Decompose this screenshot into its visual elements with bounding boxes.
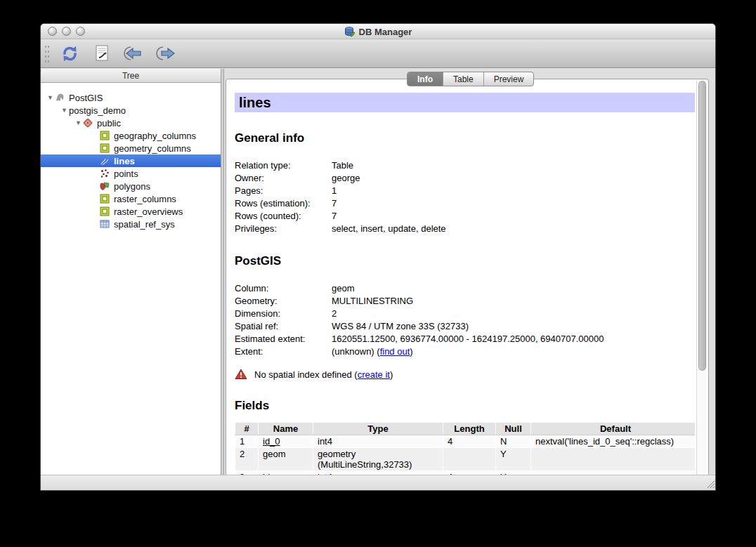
cell-null: Y bbox=[496, 448, 531, 471]
column-header: Length bbox=[443, 423, 496, 435]
tree-item-label: geometry_columns bbox=[114, 143, 191, 154]
warning-pre: No spatial index defined ( bbox=[254, 369, 358, 380]
disclosure-triangle-icon[interactable]: ▼ bbox=[60, 107, 69, 114]
tree-item-geography-columns[interactable]: geography_columns bbox=[41, 129, 221, 142]
table-row: 2 geom geometry (MultiLineString,32733) … bbox=[235, 448, 696, 471]
cell-name: id_0 bbox=[263, 436, 280, 447]
export-to-file-button[interactable] bbox=[155, 42, 178, 65]
general-info-list: Relation type:Table Owner:george Pages:1… bbox=[235, 159, 695, 235]
scrollbar-thumb[interactable] bbox=[698, 81, 706, 371]
create-it-link[interactable]: create it bbox=[358, 369, 390, 380]
data-table-icon bbox=[100, 219, 111, 229]
tree-item-raster-columns[interactable]: raster_columns bbox=[41, 192, 221, 205]
cell-length bbox=[443, 448, 496, 471]
sql-window-button[interactable] bbox=[90, 42, 114, 65]
info-label: Relation type: bbox=[235, 159, 332, 172]
tree-item-spatial-ref-sys[interactable]: spatial_ref_sys bbox=[41, 218, 221, 230]
column-header: Default bbox=[531, 423, 696, 435]
info-label: Spatial ref: bbox=[235, 320, 332, 333]
info-label: Rows (estimation): bbox=[235, 197, 332, 210]
metadata-table-icon bbox=[100, 131, 111, 140]
db-manager-icon bbox=[344, 26, 356, 37]
section-heading-fields: Fields bbox=[235, 399, 695, 413]
column-header: Null bbox=[496, 423, 531, 435]
title-bar[interactable]: DB Manager bbox=[41, 24, 715, 39]
tab-table[interactable]: Table bbox=[443, 72, 484, 86]
cell-type: int4 bbox=[313, 435, 443, 448]
warning-post: ) bbox=[390, 369, 393, 380]
tab-info[interactable]: Info bbox=[408, 72, 443, 86]
info-label: Column: bbox=[235, 282, 332, 295]
import-layer-button[interactable] bbox=[122, 42, 146, 65]
refresh-icon bbox=[60, 44, 79, 63]
table-row: 1 id_0 int4 4 N nextval('lines_id_0_seq'… bbox=[235, 435, 696, 448]
fields-table: # Name Type Length Null Default 1 bbox=[235, 422, 695, 475]
tree-item-points[interactable]: points bbox=[41, 167, 221, 180]
import-layer-icon bbox=[124, 45, 145, 62]
metadata-table-icon bbox=[100, 194, 111, 204]
main-area: Tree ▼ PostGIS ▼ postgis_demo bbox=[41, 69, 716, 476]
tree-header-label: Tree bbox=[122, 71, 139, 81]
info-value: 2 bbox=[332, 308, 337, 320]
warning-text: No spatial index defined (create it) bbox=[254, 369, 393, 380]
info-label: Geometry: bbox=[235, 295, 332, 308]
tree-item-label: PostGIS bbox=[69, 93, 103, 103]
info-label: Dimension: bbox=[235, 308, 332, 320]
tree-item-raster-overviews[interactable]: raster_overviews bbox=[41, 205, 221, 218]
extent-post: ) bbox=[410, 346, 412, 357]
disclosure-triangle-icon[interactable]: ▼ bbox=[46, 94, 55, 101]
tree-panel-header: Tree bbox=[41, 69, 221, 83]
find-out-link[interactable]: find out bbox=[380, 346, 410, 357]
disclosure-triangle-icon[interactable]: ▼ bbox=[74, 119, 83, 126]
detail-panel: Info Table Preview lines General info Re… bbox=[224, 69, 716, 476]
tree-item-label: public bbox=[97, 118, 121, 128]
tree-item-public[interactable]: ▼ public bbox=[41, 117, 221, 129]
tree-item-label: lines bbox=[114, 156, 135, 166]
tree-item-label: spatial_ref_sys bbox=[114, 219, 175, 230]
tree-item-polygons[interactable]: polygons bbox=[41, 180, 221, 192]
metadata-table-icon bbox=[100, 143, 111, 153]
toolbar-drag-handle[interactable] bbox=[44, 43, 49, 64]
tree-item-label: points bbox=[114, 169, 138, 179]
cell-default: nextval('lines_id_0_seq'::regclass) bbox=[531, 435, 696, 448]
section-heading-general: General info bbox=[235, 131, 695, 145]
export-to-file-icon bbox=[156, 45, 177, 62]
info-label: Rows (counted): bbox=[235, 210, 332, 223]
refresh-button[interactable] bbox=[58, 42, 82, 65]
info-value: 1620551.12500, 6936774.00000 - 1624197.2… bbox=[332, 333, 604, 345]
tree-item-postgis[interactable]: ▼ PostGIS bbox=[41, 91, 221, 104]
resize-grip[interactable] bbox=[705, 478, 715, 489]
vertical-scrollbar[interactable] bbox=[696, 81, 707, 475]
tab-preview[interactable]: Preview bbox=[484, 72, 534, 86]
info-value: MULTILINESTRING bbox=[332, 295, 413, 308]
tab-label: Info bbox=[417, 74, 433, 84]
tree-item-label: geography_columns bbox=[114, 131, 196, 141]
info-page: lines General info Relation type:Table O… bbox=[228, 81, 695, 475]
cell-type: geometry (MultiLineString,32733) bbox=[313, 448, 443, 471]
tree-item-lines[interactable]: lines bbox=[41, 154, 221, 167]
tree-item-postgis-demo[interactable]: ▼ postgis_demo bbox=[41, 104, 221, 117]
tree-item-label: raster_overviews bbox=[114, 206, 183, 217]
view-tabs: Info Table Preview bbox=[407, 72, 534, 86]
tree-item-geometry-columns[interactable]: geometry_columns bbox=[41, 142, 221, 154]
fields-header-row: # Name Type Length Null Default bbox=[235, 423, 696, 435]
toolbar bbox=[41, 39, 715, 68]
tree-item-label: polygons bbox=[114, 181, 150, 192]
info-label: Owner: bbox=[235, 172, 332, 185]
extent-value: (unknown) (find out) bbox=[332, 345, 413, 358]
info-label: Estimated extent: bbox=[235, 333, 332, 345]
tab-label: Preview bbox=[494, 74, 524, 84]
sql-window-icon bbox=[93, 44, 110, 62]
tree-item-label: postgis_demo bbox=[69, 105, 126, 116]
point-layer-icon bbox=[100, 169, 111, 178]
info-value: 7 bbox=[332, 210, 337, 223]
extent-pre: (unknown) ( bbox=[332, 346, 380, 357]
info-value: WGS 84 / UTM zone 33S (32733) bbox=[332, 320, 469, 333]
postgis-elephant-icon bbox=[55, 93, 66, 103]
db-manager-window: DB Manager bbox=[40, 23, 716, 491]
info-label: Extent: bbox=[235, 345, 332, 358]
info-value: george bbox=[332, 172, 360, 185]
column-header: Name bbox=[259, 423, 313, 435]
tab-label: Table bbox=[453, 74, 474, 84]
line-layer-icon bbox=[100, 156, 111, 166]
